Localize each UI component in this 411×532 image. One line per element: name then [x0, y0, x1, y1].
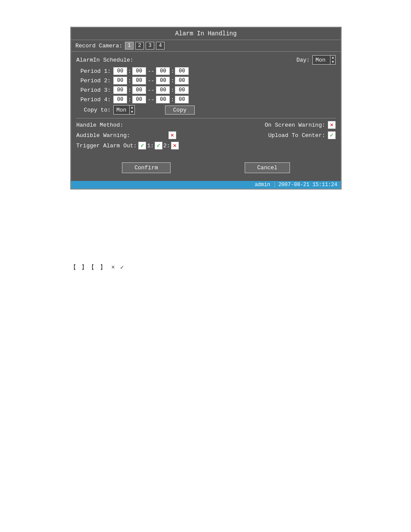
status-user: admin — [250, 182, 275, 188]
day-select[interactable]: Mon ▲ ▼ — [312, 55, 336, 65]
on-screen-warning-checkbox[interactable] — [328, 121, 336, 129]
below-text: 【 】【 】 × ✓ — [70, 264, 125, 271]
trigger-alarm-out-row: Trigger Alarm Out: 1: 2: — [76, 142, 336, 149]
status-bar: admin 2007-08-21 15:11:24 — [71, 181, 341, 189]
copy-arrow-up[interactable]: ▲ — [130, 106, 134, 110]
period-3-label: Period 3: — [76, 87, 111, 93]
period-2-start-hour[interactable] — [113, 77, 127, 84]
period-2-end-min[interactable] — [175, 77, 189, 84]
day-label: Day: — [296, 57, 310, 63]
period-4-start-min[interactable] — [132, 96, 146, 103]
period-2-label: Period 2: — [76, 78, 111, 84]
trigger-alarm-out-label: Trigger Alarm Out: — [76, 143, 137, 149]
copy-arrow-down[interactable]: ▼ — [130, 110, 134, 114]
period-1-sep2: : — [171, 68, 174, 75]
period-2-end-hour[interactable] — [156, 77, 170, 84]
audible-warning-row: Audible Warning: Upload To Center: — [76, 131, 336, 139]
copy-to-select[interactable]: Mon ▲ ▼ — [113, 105, 135, 115]
upload-to-center-checkbox[interactable] — [328, 131, 336, 139]
trigger-out-2-checkbox[interactable] — [171, 142, 179, 149]
trigger-out-2-label: 2: — [163, 143, 170, 149]
record-camera-label: Record Camera: — [75, 43, 122, 49]
period-4-label: Period 4: — [76, 96, 111, 103]
day-arrow-up[interactable]: ▲ — [330, 56, 335, 60]
copy-to-arrows[interactable]: ▲ ▼ — [129, 106, 134, 114]
period-4-end-min[interactable] — [175, 96, 189, 103]
divider — [76, 118, 336, 118]
day-select-value: Mon — [313, 56, 330, 64]
camera-tab-2[interactable]: 2 — [135, 42, 144, 50]
copy-to-value: Mon — [114, 106, 129, 114]
record-camera-row: Record Camera: 1 2 3 4 — [71, 40, 341, 52]
day-select-arrows[interactable]: ▲ ▼ — [330, 56, 335, 64]
on-screen-warning-label: On Screen Warning: — [265, 122, 325, 128]
alarm-in-handling-dialog: Alarm In Handling Record Camera: 1 2 3 4… — [70, 27, 342, 190]
period-2-start-min[interactable] — [132, 77, 146, 84]
handle-method-row: Handle Method: On Screen Warning: — [76, 121, 336, 129]
period-4-start-hour[interactable] — [113, 96, 127, 103]
cancel-button[interactable]: Cancel — [245, 162, 290, 173]
dialog-body: AlarmIn Schedule: Day: Mon ▲ ▼ Period 1:… — [71, 52, 341, 181]
period-1-sep1: : — [128, 68, 131, 75]
period-1-end-min[interactable] — [175, 67, 189, 75]
period-1-start-min[interactable] — [132, 67, 146, 75]
period-3-end-hour[interactable] — [156, 86, 170, 94]
camera-tab-4[interactable]: 4 — [156, 42, 165, 50]
period-4-end-hour[interactable] — [156, 96, 170, 103]
period-1-start-hour[interactable] — [113, 67, 127, 75]
camera-tab-3[interactable]: 3 — [146, 42, 154, 50]
copy-button[interactable]: Copy — [165, 106, 195, 115]
period-2-row: Period 2: : -- : — [76, 77, 336, 84]
period-1-range-sep: -- — [148, 68, 155, 75]
upload-to-center-label: Upload To Center: — [268, 132, 325, 139]
period-1-end-hour[interactable] — [156, 67, 170, 75]
period-3-start-hour[interactable] — [113, 86, 127, 94]
period-4-row: Period 4: : -- : — [76, 96, 336, 103]
trigger-out-main-checkbox[interactable] — [138, 142, 146, 149]
confirm-button[interactable]: Confirm — [122, 162, 171, 173]
buttons-row: Confirm Cancel — [76, 158, 336, 177]
camera-tab-1[interactable]: 1 — [125, 42, 134, 50]
period-3-start-min[interactable] — [132, 86, 146, 94]
day-arrow-down[interactable]: ▼ — [330, 60, 335, 64]
audible-warning-label: Audible Warning: — [76, 132, 168, 139]
schedule-label: AlarmIn Schedule: — [76, 57, 296, 63]
dialog-title: Alarm In Handling — [71, 28, 341, 40]
status-datetime: 2007-08-21 15:11:24 — [275, 182, 341, 188]
period-1-row: Period 1: : -- : — [76, 67, 336, 75]
handle-method-label: Handle Method: — [76, 122, 265, 128]
trigger-out-1-label: 1: — [147, 143, 154, 149]
copy-row: Copy to: Mon ▲ ▼ Copy — [76, 105, 336, 115]
trigger-out-1-checkbox[interactable] — [155, 142, 162, 149]
period-1-label: Period 1: — [76, 68, 111, 75]
period-3-end-min[interactable] — [175, 86, 189, 94]
audible-warning-checkbox[interactable] — [168, 131, 176, 139]
copy-to-label: Copy to: — [76, 107, 111, 113]
schedule-header-row: AlarmIn Schedule: Day: Mon ▲ ▼ — [76, 55, 336, 65]
period-3-row: Period 3: : -- : — [76, 86, 336, 94]
